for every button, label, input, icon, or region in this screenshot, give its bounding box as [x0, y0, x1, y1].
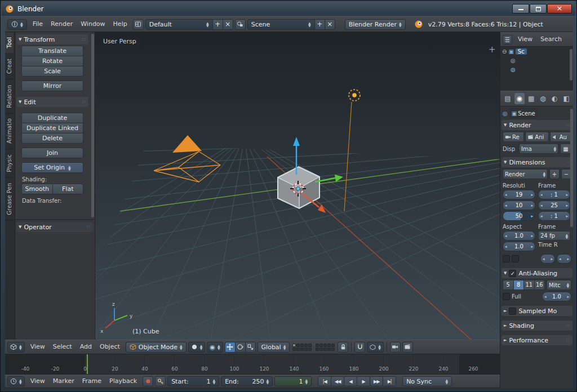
mirror-button[interactable]: Mirror [21, 81, 83, 91]
add-preset-button[interactable]: + [549, 169, 560, 179]
screen-layout-field[interactable]: Default [145, 19, 213, 30]
aspect-y-field[interactable]: 1.0 [503, 242, 535, 251]
panel-header-performance[interactable]: Performance∷ [501, 335, 572, 345]
delete-button[interactable]: Delete [21, 133, 83, 144]
panel-header-anti-aliasing[interactable]: Anti-Aliasing [501, 268, 572, 278]
region-split-handle[interactable]: + [489, 44, 496, 55]
layer-toggle[interactable] [316, 344, 319, 347]
layer-toggle[interactable] [296, 348, 300, 351]
collapse-icon[interactable]: ⊖ [502, 48, 507, 55]
duplicate-linked-button[interactable]: Duplicate Linked [21, 123, 83, 133]
delete-screen-button[interactable]: × [223, 19, 233, 30]
playback-button[interactable]: ▶ [357, 376, 370, 386]
lock-camera-button[interactable] [338, 342, 348, 353]
rotate-button[interactable]: Rotate [21, 56, 83, 66]
snap-element-select[interactable] [367, 342, 384, 353]
add-screen-button[interactable]: + [212, 19, 223, 30]
panel-header-edit[interactable]: Edit∷ [16, 97, 88, 107]
layer-toggle[interactable] [327, 344, 331, 347]
aa-samples-button[interactable]: 8 [513, 280, 525, 290]
properties-scrollbar[interactable] [570, 109, 573, 227]
toolshelf-tab[interactable]: Grease Pen [5, 178, 14, 221]
outliner-menu[interactable]: Search [536, 33, 566, 46]
animation-button[interactable]: Ani [525, 132, 548, 142]
resolution-x-field[interactable]: 19 [503, 190, 535, 199]
duplicate-button[interactable]: Duplicate [21, 113, 83, 123]
outliner-row-item[interactable]: ◎ [500, 56, 573, 65]
aa-samples-button[interactable]: 11 [523, 280, 535, 290]
anti-aliasing-checkbox[interactable] [509, 270, 516, 277]
layer-toggle[interactable] [323, 348, 327, 351]
render-engine-select[interactable]: Blender Render [345, 19, 406, 30]
layer-toggle[interactable] [323, 344, 327, 347]
layer-toggle[interactable] [308, 344, 312, 347]
toolshelf-tab[interactable]: Creat [5, 54, 14, 79]
view3d-menu[interactable]: Select [49, 340, 76, 354]
maximize-button[interactable] [530, 4, 547, 14]
render-opengl-button[interactable] [390, 342, 401, 353]
mode-select[interactable]: Object Mode [126, 342, 187, 353]
pin-icon[interactable]: ◎ [503, 110, 508, 117]
aa-samples-button[interactable]: 16 [534, 280, 545, 290]
toolshelf-tab[interactable]: Animatio [5, 113, 14, 149]
layer-toggle[interactable] [292, 348, 296, 351]
layer-toggle[interactable] [331, 344, 335, 347]
scale-button[interactable]: Scale [21, 66, 83, 77]
view3d-menu[interactable]: Object [96, 340, 124, 354]
aspect-x-field[interactable]: 1.0 [503, 231, 535, 240]
render-opengl-anim-button[interactable] [402, 342, 413, 353]
pixel-filter-dropdown[interactable]: Mitc [547, 280, 571, 290]
outliner-menu[interactable]: View [514, 33, 536, 46]
scene-browse-button[interactable] [235, 19, 246, 30]
timeline-editor-type-button[interactable] [7, 376, 25, 386]
tab-object-icon[interactable]: ◧ [561, 93, 571, 104]
toolshelf-tab[interactable]: Tool [5, 32, 14, 54]
outliner-row-scene[interactable]: ⊖ ▣ Sc [500, 47, 573, 56]
toolshelf-tab[interactable]: Relation [5, 80, 14, 114]
render-presets-dropdown[interactable]: Render [503, 169, 548, 179]
sync-mode-select[interactable]: No Sync [402, 376, 452, 386]
layer-toggle[interactable] [319, 344, 323, 347]
outliner-row-item[interactable]: ◍ [500, 65, 573, 74]
layer-toggle[interactable] [319, 348, 323, 351]
layer-toggle[interactable] [300, 344, 304, 347]
audio-button[interactable]: Au [550, 132, 571, 142]
view3d-menu[interactable]: View [26, 340, 49, 354]
frame-end-field[interactable]: End: 250 [221, 376, 273, 386]
outliner-scene-label[interactable]: Sc [516, 48, 527, 55]
translate-button[interactable]: Translate [21, 46, 83, 56]
delete-scene-button[interactable]: × [325, 19, 335, 30]
panel-header-dimensions[interactable]: Dimensions∷ [501, 157, 572, 167]
view3d-menu[interactable]: Add [76, 340, 96, 354]
border-checkbox[interactable] [503, 255, 510, 262]
outliner-scrollbar[interactable] [570, 49, 572, 81]
frame-step-field[interactable]: : 1 [538, 211, 570, 221]
full-sample-checkbox[interactable] [503, 293, 510, 300]
info-editor-type-button[interactable] [7, 19, 27, 30]
panel-header-transform[interactable]: Transform∷ [16, 34, 88, 44]
layer-toggle[interactable] [308, 348, 312, 351]
panel-header-sampled-motion-blur[interactable]: Sampled Mo [501, 306, 572, 316]
close-button[interactable] [547, 4, 572, 14]
crop-checkbox[interactable] [512, 255, 519, 262]
info-menu[interactable]: Help [109, 17, 131, 31]
snap-toggle-button[interactable] [354, 342, 365, 353]
join-button[interactable]: Join [21, 148, 83, 158]
timeline-menu[interactable]: Frame [78, 375, 105, 388]
time-remap-old-field[interactable] [540, 254, 555, 264]
tab-render-layers-icon[interactable]: ▦ [526, 93, 536, 104]
tab-world-icon[interactable]: ◐ [549, 93, 560, 104]
timeline-ruler[interactable]: -40-200204060801001201401601802002202402… [5, 354, 500, 375]
panel-header-operator[interactable]: Operator∷ [16, 222, 93, 232]
toolshelf-scrollbar[interactable] [91, 34, 94, 217]
playback-button[interactable]: |◀ [318, 376, 331, 386]
sampled-motion-blur-checkbox[interactable] [509, 308, 516, 315]
3d-viewport[interactable]: z y x User Persp (1) Cube + [95, 32, 500, 340]
resolution-y-field[interactable]: 10 [503, 201, 535, 210]
timeline-menu[interactable]: Marker [49, 375, 78, 388]
info-menu[interactable]: File [29, 17, 47, 31]
timeline-menu[interactable]: Playback [105, 375, 141, 388]
tab-scene-icon[interactable]: ◍ [538, 93, 548, 104]
manipulator-scale-button[interactable] [245, 342, 256, 353]
minimize-button[interactable] [512, 4, 529, 14]
